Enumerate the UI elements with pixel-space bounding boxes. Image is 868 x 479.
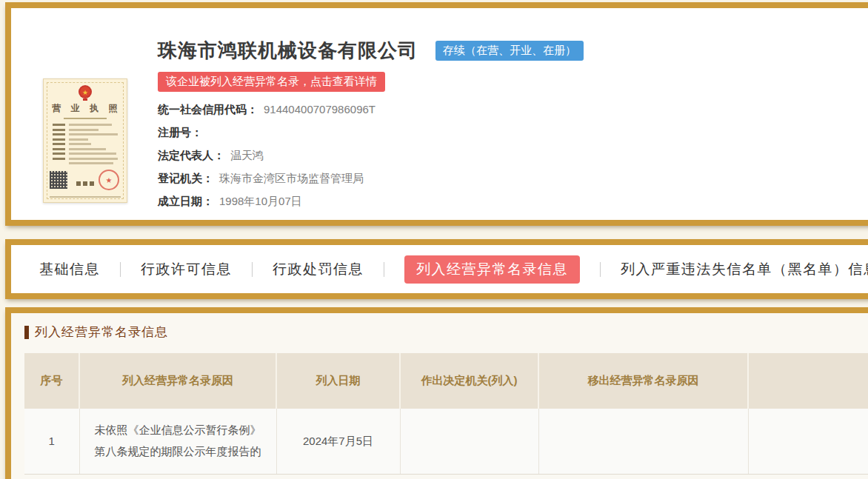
cell-inclusion-reason: 未依照《企业信息公示暂行条例》第八条规定的期限公示年度报告的 — [79, 409, 276, 474]
license-stamp-text — [76, 181, 94, 186]
field-legal-representative: 法定代表人：温天鸿 — [158, 144, 584, 167]
header-removal-date: 移出日期 — [748, 353, 868, 409]
section-title: 列入经营异常名录信息 — [24, 324, 868, 341]
tab-abnormal-operation-list[interactable]: 列入经营异常名录信息 — [404, 255, 580, 284]
company-name: 珠海市鸿联机械设备有限公司 — [158, 38, 418, 64]
national-emblem-icon: ★ — [78, 84, 93, 101]
field-credit-code: 统一社会信用代码：91440400707986096T — [158, 98, 584, 121]
tab-divider — [384, 262, 384, 277]
abnormal-operations-table: 序号 列入经营异常名录原因 列入日期 作出决定机关(列入) 移出经营异常名录原因… — [24, 353, 868, 475]
header-serial-number: 序号 — [24, 353, 79, 409]
svg-text:★: ★ — [82, 89, 88, 96]
license-red-seal-icon: ★ — [99, 170, 119, 190]
tab-divider — [600, 262, 601, 277]
table-header-row: 序号 列入经营异常名录原因 列入日期 作出决定机关(列入) 移出经营异常名录原因… — [24, 353, 868, 409]
cell-deciding-authority — [400, 409, 538, 474]
license-qr-code — [50, 171, 67, 189]
table-row: 1 未依照《企业信息公示暂行条例》第八条规定的期限公示年度报告的 2024年7月… — [24, 409, 868, 474]
tab-serious-violation-blacklist[interactable]: 列入严重违法失信名单（黑名单）信息 — [621, 260, 868, 279]
header-inclusion-reason: 列入经营异常名录原因 — [79, 353, 276, 409]
tab-divider — [120, 262, 121, 277]
status-badge: 存续（在营、开业、在册） — [435, 41, 584, 61]
section-title-bar — [24, 326, 29, 339]
tab-bar: 基础信息 行政许可信息 行政处罚信息 列入经营异常名录信息 列入严重违法失信名单… — [5, 239, 868, 299]
license-title: 营 业 执 照 — [51, 102, 122, 115]
company-profile-card: ★ 营 业 执 照 ★ 珠海市鸿联机械设备有限公司 存续（在营、开业、在册） 该… — [5, 2, 868, 226]
tab-administrative-license[interactable]: 行政许可信息 — [141, 260, 232, 279]
tab-basic-info[interactable]: 基础信息 — [39, 260, 100, 279]
cell-serial-number: 1 — [24, 409, 79, 474]
cell-inclusion-date: 2024年7月5日 — [276, 409, 400, 474]
cell-removal-reason — [538, 409, 748, 474]
header-inclusion-date: 列入日期 — [276, 353, 400, 409]
tab-administrative-penalty[interactable]: 行政处罚信息 — [273, 260, 364, 279]
tab-divider — [252, 262, 253, 277]
cell-removal-date — [748, 409, 868, 474]
abnormal-alert-banner[interactable]: 该企业被列入经营异常名录，点击查看详情 — [158, 72, 385, 92]
abnormal-list-section: 列入经营异常名录信息 序号 列入经营异常名录原因 列入日期 作出决定机关(列入)… — [5, 307, 868, 479]
header-removal-reason: 移出经营异常名录原因 — [538, 353, 748, 409]
field-establish-date: 成立日期：1998年10月07日 — [158, 190, 584, 212]
business-license-image: ★ 营 业 执 照 ★ — [43, 78, 127, 203]
header-deciding-authority: 作出决定机关(列入) — [400, 353, 538, 409]
field-registration-authority: 登记机关：珠海市金湾区市场监督管理局 — [158, 167, 584, 190]
field-registration-number: 注册号： — [158, 121, 584, 144]
company-fields: 统一社会信用代码：91440400707986096T 注册号： 法定代表人：温… — [158, 98, 584, 212]
license-subline — [64, 118, 107, 119]
section-title-text: 列入经营异常名录信息 — [35, 324, 168, 341]
